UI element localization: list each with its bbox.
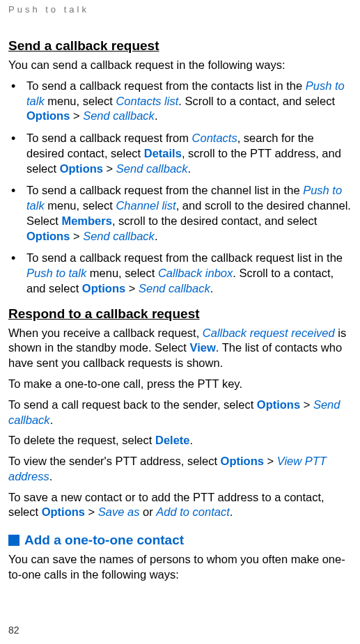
list-item: To send a callback request from the call… [8, 251, 352, 296]
text: . [188, 162, 191, 175]
link-channel-list[interactable]: Channel list [116, 199, 175, 212]
text: . [50, 414, 54, 426]
text: . [210, 282, 214, 294]
link-members[interactable]: Members [61, 214, 111, 227]
page-header: Push to talk [8, 4, 352, 15]
link-delete[interactable]: Delete [155, 434, 190, 446]
link-add-to-contact[interactable]: Add to contact [156, 505, 230, 518]
text: > [125, 282, 139, 294]
subsection-title: Add a one-to-one contact [24, 533, 184, 548]
text: . [190, 434, 194, 446]
text: . [230, 505, 233, 518]
text: > [103, 162, 116, 175]
section-intro: You can send a callback request in the f… [8, 58, 352, 73]
link-send-callback[interactable]: Send callback [83, 109, 155, 122]
text: To view the sender's PTT address, select [8, 455, 221, 467]
text: menu, select [86, 267, 158, 279]
text: or [139, 505, 156, 518]
link-push-to-talk[interactable]: Push to talk [26, 267, 86, 279]
section-heading-respond-callback: Respond to a callback request [8, 306, 352, 322]
text: > [85, 505, 98, 518]
text: . [155, 109, 158, 122]
link-send-callback[interactable]: Send callback [83, 230, 155, 242]
paragraph: To view the sender's PTT address, select… [8, 454, 352, 485]
link-save-as[interactable]: Save as [98, 505, 140, 518]
text: menu, select [45, 199, 116, 212]
list-item: To send a callback request from the chan… [8, 183, 352, 244]
text: . [155, 230, 158, 242]
subsection-heading-add-contact: Add a one-to-one contact [8, 533, 352, 548]
link-options[interactable]: Options [60, 162, 103, 175]
link-callback-request-received[interactable]: Callback request received [203, 327, 335, 339]
text: menu, select [45, 95, 116, 107]
text: To send a callback request from the cont… [26, 79, 306, 92]
bullet-list: To send a callback request from the cont… [8, 79, 352, 297]
link-options[interactable]: Options [82, 282, 125, 294]
text: . [49, 470, 53, 482]
text: . Scroll to a contact, and select [178, 95, 335, 107]
section-heading-send-callback: Send a callback request [8, 38, 352, 54]
link-details[interactable]: Details [144, 147, 182, 159]
link-send-callback[interactable]: Send callback [116, 162, 188, 175]
text: , scroll to the desired contact, and sel… [112, 214, 317, 227]
text: > [300, 398, 313, 411]
text: To send a callback request from the chan… [26, 184, 303, 196]
list-item: To send a callback request from the cont… [8, 79, 352, 124]
link-contacts-list[interactable]: Contacts list [116, 95, 178, 107]
text: > [70, 230, 83, 242]
text: > [70, 109, 83, 122]
text: To send a call request back to the sende… [8, 398, 257, 411]
square-bullet-icon [8, 535, 19, 546]
text: To delete the request, select [8, 434, 155, 446]
text: To send a callback request from the call… [26, 251, 343, 264]
paragraph: To send a call request back to the sende… [8, 398, 352, 428]
text: When you receive a callback request, [8, 327, 203, 339]
page-number: 82 [8, 625, 19, 636]
paragraph: To make a one-to-one call, press the PTT… [8, 377, 352, 392]
link-contacts[interactable]: Contacts [192, 132, 237, 144]
paragraph: To delete the request, select Delete. [8, 433, 352, 448]
paragraph: To save a new contact or to add the PTT … [8, 490, 352, 521]
link-callback-inbox[interactable]: Callback inbox [158, 267, 233, 279]
text: To send a callback request from [26, 132, 192, 144]
link-send-callback[interactable]: Send callback [139, 282, 210, 294]
link-options[interactable]: Options [42, 505, 85, 518]
link-options[interactable]: Options [26, 230, 70, 242]
link-options[interactable]: Options [26, 109, 70, 122]
text: > [264, 455, 277, 467]
list-item: To send a callback request from Contacts… [8, 131, 352, 176]
paragraph: When you receive a callback request, Cal… [8, 326, 352, 371]
link-options[interactable]: Options [221, 455, 264, 467]
link-options[interactable]: Options [257, 398, 300, 411]
link-view[interactable]: View [190, 341, 216, 354]
section-intro: You can save the names of persons to who… [8, 552, 352, 583]
